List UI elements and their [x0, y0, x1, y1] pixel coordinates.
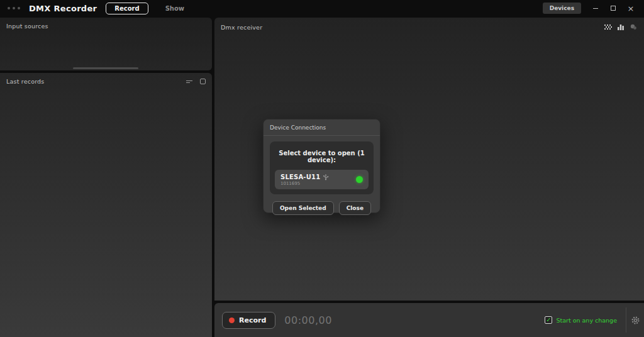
titlebar: DMX Recorder Record Show Devices × — [0, 0, 644, 16]
devices-button[interactable]: Devices — [543, 3, 581, 14]
start-on-change-toggle[interactable]: ✓ Start on any change — [545, 316, 617, 324]
open-selected-button[interactable]: Open Selected — [272, 201, 334, 215]
filter-icon[interactable] — [186, 80, 192, 83]
record-timer: 00:00,00 — [284, 314, 332, 326]
maximize-button[interactable] — [608, 3, 619, 13]
dialog-prompt: Select device to open (1 device): — [275, 150, 369, 163]
start-on-change-label: Start on any change — [556, 317, 617, 324]
bar-chart-icon[interactable] — [617, 23, 625, 31]
panel-resize-handle[interactable] — [73, 67, 138, 69]
input-sources-panel: Input sources — [0, 18, 212, 70]
maximize-icon — [611, 6, 616, 11]
device-list-item[interactable]: SLESA-U11 1011695 — [275, 170, 369, 189]
settings-button[interactable] — [626, 316, 644, 325]
app-window: DMX Recorder Record Show Devices × Input… — [0, 0, 644, 337]
close-dialog-button[interactable]: Close — [339, 201, 371, 215]
dialog-title: Device Connections — [264, 119, 380, 136]
window-controls: × — [590, 3, 636, 13]
input-sources-title: Input sources — [6, 23, 206, 30]
minimize-icon — [593, 8, 598, 9]
bubbles-icon[interactable] — [629, 23, 638, 31]
dmx-receiver-title: Dmx receiver — [221, 24, 604, 31]
usb-icon — [323, 173, 329, 180]
gear-icon — [631, 316, 640, 325]
device-serial: 1011695 — [280, 181, 329, 186]
tab-record[interactable]: Record — [106, 3, 148, 14]
tab-show[interactable]: Show — [157, 3, 192, 14]
dots-grid-icon[interactable] — [604, 23, 613, 31]
device-status-dot — [356, 176, 363, 183]
checkbox-checked-icon[interactable]: ✓ — [545, 316, 552, 324]
transport-bar: Record 00:00,00 ✓ Start on any change — [214, 303, 644, 337]
device-connections-dialog: Device Connections Select device to open… — [263, 119, 380, 213]
record-button-label: Record — [239, 316, 266, 324]
record-button[interactable]: Record — [222, 312, 275, 329]
close-button[interactable]: × — [625, 3, 636, 13]
minimize-button[interactable] — [590, 3, 601, 13]
app-title: DMX Recorder — [29, 4, 97, 13]
dialog-body: Select device to open (1 device): SLESA-… — [270, 141, 374, 194]
last-records-title: Last records — [6, 78, 186, 85]
close-icon: × — [628, 4, 635, 13]
menu-dots-icon[interactable] — [8, 7, 20, 9]
device-name: SLESA-U11 — [280, 174, 320, 180]
record-dot-icon — [229, 318, 235, 323]
last-records-panel: Last records — [0, 73, 212, 337]
square-view-icon[interactable] — [200, 79, 206, 84]
